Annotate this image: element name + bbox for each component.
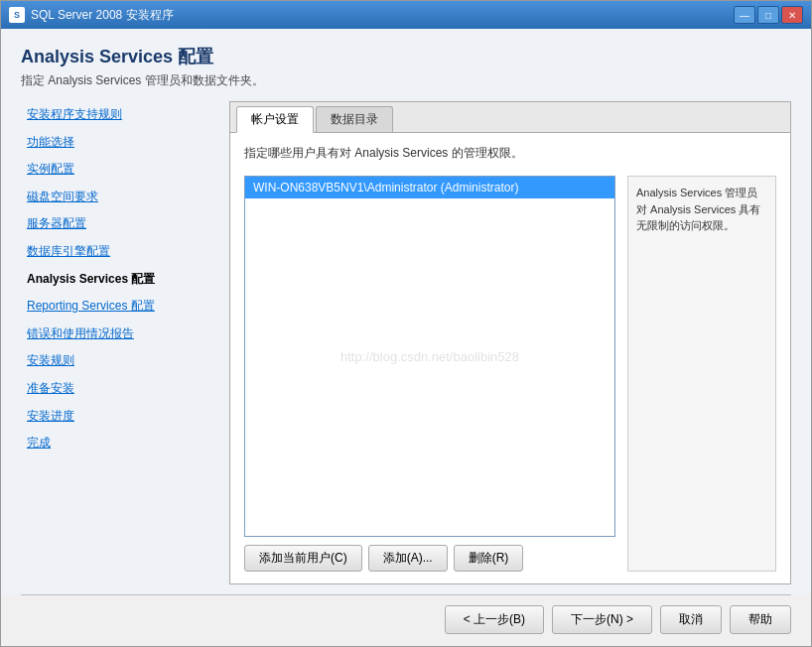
sidebar-item-5[interactable]: 数据库引擎配置 [21,238,219,266]
sidebar-item-11[interactable]: 安装进度 [21,403,219,431]
window-controls: — □ ✕ [734,6,803,24]
title-bar: S SQL Server 2008 安装程序 — □ ✕ [1,1,811,29]
tab-data-directory[interactable]: 数据目录 [316,106,393,132]
add-button[interactable]: 添加(A)... [368,545,448,572]
panel-body: 指定哪些用户具有对 Analysis Services 的管理权限。 WIN-O… [230,133,790,583]
sidebar-item-7[interactable]: Reporting Services 配置 [21,293,219,321]
watermark: http://blog.csdn.net/baolibin528 [340,349,519,364]
main-panel: 帐户设置 数据目录 指定哪些用户具有对 Analysis Services 的管… [229,101,791,584]
maximize-button[interactable]: □ [757,6,779,24]
sidebar-item-6: Analysis Services 配置 [21,266,219,294]
sidebar-item-1[interactable]: 功能选择 [21,129,219,157]
sidebar-item-4[interactable]: 服务器配置 [21,210,219,238]
sidebar-item-3[interactable]: 磁盘空间要求 [21,184,219,211]
close-button[interactable]: ✕ [781,6,803,24]
main-window: S SQL Server 2008 安装程序 — □ ✕ Analysis Se… [0,0,812,647]
footer: < 上一步(B) 下一步(N) > 取消 帮助 [1,595,811,646]
content-area: 安装程序支持规则 功能选择 实例配置 磁盘空间要求 服务器配置 数据库引擎配置 … [21,101,791,584]
sidebar-item-8[interactable]: 错误和使用情况报告 [21,321,219,348]
info-panel: Analysis Services 管理员对 Analysis Services… [627,176,776,572]
panel-columns: WIN-ON638VB5NV1\Administrator (Administr… [244,176,776,572]
panel-description: 指定哪些用户具有对 Analysis Services 的管理权限。 [244,145,776,162]
action-buttons: 添加当前用户(C) 添加(A)... 删除(R) [244,545,615,572]
page-title: Analysis Services 配置 [21,45,791,68]
sidebar-item-2[interactable]: 实例配置 [21,156,219,184]
user-listbox[interactable]: WIN-ON638VB5NV1\Administrator (Administr… [244,176,615,537]
user-list-item-0[interactable]: WIN-ON638VB5NV1\Administrator (Administr… [245,177,614,198]
page-subtitle: 指定 Analysis Services 管理员和数据文件夹。 [21,72,791,89]
sidebar-item-9[interactable]: 安装规则 [21,347,219,375]
title-bar-text: SQL Server 2008 安装程序 [31,7,734,24]
user-list-area: WIN-ON638VB5NV1\Administrator (Administr… [244,176,615,572]
sidebar: 安装程序支持规则 功能选择 实例配置 磁盘空间要求 服务器配置 数据库引擎配置 … [21,101,229,584]
sidebar-item-0[interactable]: 安装程序支持规则 [21,101,219,129]
sidebar-item-10[interactable]: 准备安装 [21,375,219,403]
back-button[interactable]: < 上一步(B) [445,605,544,634]
cancel-button[interactable]: 取消 [660,605,722,634]
tab-bar: 帐户设置 数据目录 [230,102,790,133]
app-icon: S [9,7,25,23]
page-header: Analysis Services 配置 指定 Analysis Service… [21,45,791,89]
info-text: Analysis Services 管理员对 Analysis Services… [636,187,760,231]
tab-account-settings[interactable]: 帐户设置 [236,106,314,133]
main-content: Analysis Services 配置 指定 Analysis Service… [1,29,811,594]
help-button[interactable]: 帮助 [730,605,791,634]
add-current-user-button[interactable]: 添加当前用户(C) [244,545,362,572]
remove-button[interactable]: 删除(R) [454,545,524,572]
sidebar-item-12[interactable]: 完成 [21,430,219,457]
next-button[interactable]: 下一步(N) > [552,605,652,634]
minimize-button[interactable]: — [734,6,755,24]
